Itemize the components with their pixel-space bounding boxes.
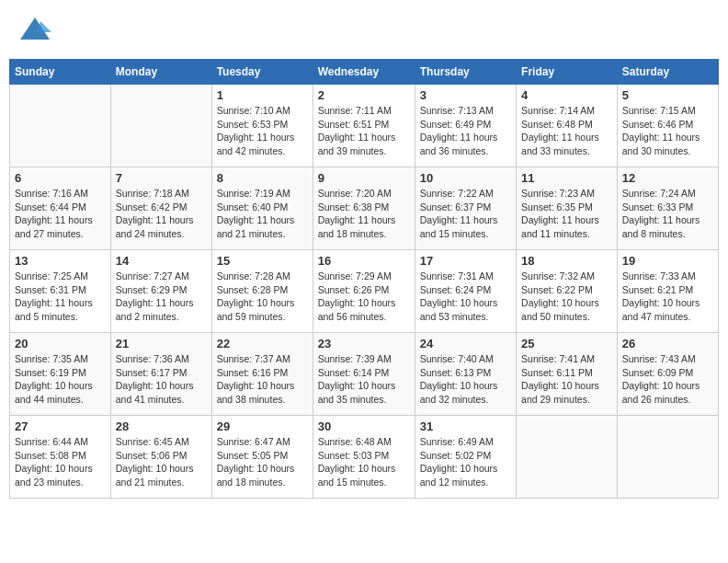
day-info: Sunrise: 6:49 AM Sunset: 5:02 PM Dayligh… xyxy=(420,435,511,489)
day-info: Sunrise: 7:27 AM Sunset: 6:29 PM Dayligh… xyxy=(116,270,207,324)
weekday-header-saturday: Saturday xyxy=(617,60,718,85)
day-number: 11 xyxy=(521,171,612,185)
day-number: 27 xyxy=(15,419,106,433)
day-info: Sunrise: 6:48 AM Sunset: 5:03 PM Dayligh… xyxy=(318,435,410,489)
calendar-cell xyxy=(617,416,718,499)
day-number: 23 xyxy=(318,337,410,350)
day-number: 14 xyxy=(116,254,207,268)
day-info: Sunrise: 7:13 AM Sunset: 6:49 PM Dayligh… xyxy=(420,104,511,158)
day-number: 26 xyxy=(622,337,713,350)
day-info: Sunrise: 7:25 AM Sunset: 6:31 PM Dayligh… xyxy=(15,270,106,324)
day-number: 17 xyxy=(420,254,511,268)
calendar-cell: 11Sunrise: 7:23 AM Sunset: 6:35 PM Dayli… xyxy=(517,167,618,250)
day-info: Sunrise: 7:23 AM Sunset: 6:35 PM Dayligh… xyxy=(521,187,612,241)
day-number: 28 xyxy=(116,419,207,433)
calendar-cell: 6Sunrise: 7:16 AM Sunset: 6:44 PM Daylig… xyxy=(10,167,111,250)
day-number: 18 xyxy=(521,254,612,268)
calendar-cell: 17Sunrise: 7:31 AM Sunset: 6:24 PM Dayli… xyxy=(415,250,516,333)
calendar-header-row: SundayMondayTuesdayWednesdayThursdayFrid… xyxy=(10,60,719,85)
day-info: Sunrise: 7:10 AM Sunset: 6:53 PM Dayligh… xyxy=(217,104,308,158)
day-number: 13 xyxy=(15,254,106,268)
day-info: Sunrise: 7:16 AM Sunset: 6:44 PM Dayligh… xyxy=(15,187,106,241)
day-number: 21 xyxy=(116,337,207,350)
calendar-cell: 19Sunrise: 7:33 AM Sunset: 6:21 PM Dayli… xyxy=(617,250,718,333)
day-number: 20 xyxy=(15,337,106,350)
day-info: Sunrise: 7:19 AM Sunset: 6:40 PM Dayligh… xyxy=(217,187,308,241)
day-info: Sunrise: 7:40 AM Sunset: 6:13 PM Dayligh… xyxy=(420,352,511,407)
day-number: 5 xyxy=(622,88,713,102)
weekday-header-wednesday: Wednesday xyxy=(313,60,415,85)
day-number: 1 xyxy=(217,88,308,102)
calendar-week-row: 1Sunrise: 7:10 AM Sunset: 6:53 PM Daylig… xyxy=(10,85,719,167)
day-info: Sunrise: 7:18 AM Sunset: 6:42 PM Dayligh… xyxy=(116,187,207,241)
day-info: Sunrise: 7:41 AM Sunset: 6:11 PM Dayligh… xyxy=(521,352,612,407)
calendar-cell: 2Sunrise: 7:11 AM Sunset: 6:51 PM Daylig… xyxy=(313,85,415,167)
calendar-cell: 25Sunrise: 7:41 AM Sunset: 6:11 PM Dayli… xyxy=(517,333,618,416)
day-info: Sunrise: 7:32 AM Sunset: 6:22 PM Dayligh… xyxy=(521,270,612,324)
day-number: 4 xyxy=(521,88,612,102)
day-number: 16 xyxy=(318,254,410,268)
day-number: 3 xyxy=(420,88,511,102)
page-header xyxy=(9,9,719,52)
day-info: Sunrise: 7:39 AM Sunset: 6:14 PM Dayligh… xyxy=(318,352,410,407)
day-info: Sunrise: 6:45 AM Sunset: 5:06 PM Dayligh… xyxy=(116,435,207,489)
day-info: Sunrise: 7:28 AM Sunset: 6:28 PM Dayligh… xyxy=(217,270,308,324)
calendar-cell xyxy=(10,85,111,167)
day-info: Sunrise: 7:43 AM Sunset: 6:09 PM Dayligh… xyxy=(622,352,713,407)
weekday-header-thursday: Thursday xyxy=(415,60,516,85)
day-number: 12 xyxy=(622,171,713,185)
calendar-cell: 22Sunrise: 7:37 AM Sunset: 6:16 PM Dayli… xyxy=(211,333,313,416)
day-number: 29 xyxy=(217,419,308,433)
calendar-cell: 30Sunrise: 6:48 AM Sunset: 5:03 PM Dayli… xyxy=(313,416,415,499)
calendar-cell: 3Sunrise: 7:13 AM Sunset: 6:49 PM Daylig… xyxy=(415,85,516,167)
calendar-cell: 23Sunrise: 7:39 AM Sunset: 6:14 PM Dayli… xyxy=(313,333,415,416)
svg-marker-1 xyxy=(37,21,51,32)
day-number: 2 xyxy=(318,88,410,102)
weekday-header-sunday: Sunday xyxy=(10,60,111,85)
calendar-cell: 20Sunrise: 7:35 AM Sunset: 6:19 PM Dayli… xyxy=(10,333,111,416)
calendar-cell: 31Sunrise: 6:49 AM Sunset: 5:02 PM Dayli… xyxy=(415,416,516,499)
day-info: Sunrise: 7:14 AM Sunset: 6:48 PM Dayligh… xyxy=(521,104,612,158)
weekday-header-tuesday: Tuesday xyxy=(211,60,313,85)
day-number: 9 xyxy=(318,171,410,185)
calendar-table: SundayMondayTuesdayWednesdayThursdayFrid… xyxy=(9,59,719,499)
day-info: Sunrise: 7:35 AM Sunset: 6:19 PM Dayligh… xyxy=(15,352,106,407)
day-number: 15 xyxy=(217,254,308,268)
calendar-cell: 1Sunrise: 7:10 AM Sunset: 6:53 PM Daylig… xyxy=(211,85,313,167)
day-info: Sunrise: 7:22 AM Sunset: 6:37 PM Dayligh… xyxy=(420,187,511,241)
calendar-cell: 14Sunrise: 7:27 AM Sunset: 6:29 PM Dayli… xyxy=(110,250,211,333)
day-number: 24 xyxy=(420,337,511,350)
calendar-cell: 4Sunrise: 7:14 AM Sunset: 6:48 PM Daylig… xyxy=(517,85,618,167)
calendar-cell: 7Sunrise: 7:18 AM Sunset: 6:42 PM Daylig… xyxy=(110,167,211,250)
day-info: Sunrise: 7:31 AM Sunset: 6:24 PM Dayligh… xyxy=(420,270,511,324)
calendar-cell: 5Sunrise: 7:15 AM Sunset: 6:46 PM Daylig… xyxy=(617,85,718,167)
calendar-cell: 15Sunrise: 7:28 AM Sunset: 6:28 PM Dayli… xyxy=(211,250,313,333)
calendar-cell: 26Sunrise: 7:43 AM Sunset: 6:09 PM Dayli… xyxy=(617,333,718,416)
day-number: 19 xyxy=(622,254,713,268)
weekday-header-friday: Friday xyxy=(517,60,618,85)
calendar-cell: 18Sunrise: 7:32 AM Sunset: 6:22 PM Dayli… xyxy=(517,250,618,333)
calendar-cell: 10Sunrise: 7:22 AM Sunset: 6:37 PM Dayli… xyxy=(415,167,516,250)
day-number: 25 xyxy=(521,337,612,350)
day-number: 22 xyxy=(217,337,308,350)
day-number: 10 xyxy=(420,171,511,185)
calendar-cell: 24Sunrise: 7:40 AM Sunset: 6:13 PM Dayli… xyxy=(415,333,516,416)
calendar-cell: 16Sunrise: 7:29 AM Sunset: 6:26 PM Dayli… xyxy=(313,250,415,333)
day-info: Sunrise: 6:47 AM Sunset: 5:05 PM Dayligh… xyxy=(217,435,308,489)
day-info: Sunrise: 6:44 AM Sunset: 5:08 PM Dayligh… xyxy=(15,435,106,489)
day-info: Sunrise: 7:11 AM Sunset: 6:51 PM Dayligh… xyxy=(318,104,410,158)
day-info: Sunrise: 7:37 AM Sunset: 6:16 PM Dayligh… xyxy=(217,352,308,407)
day-info: Sunrise: 7:36 AM Sunset: 6:17 PM Dayligh… xyxy=(116,352,207,407)
calendar-cell: 9Sunrise: 7:20 AM Sunset: 6:38 PM Daylig… xyxy=(313,167,415,250)
day-number: 6 xyxy=(15,171,106,185)
calendar-week-row: 20Sunrise: 7:35 AM Sunset: 6:19 PM Dayli… xyxy=(10,333,719,416)
calendar-cell xyxy=(110,85,211,167)
calendar-week-row: 13Sunrise: 7:25 AM Sunset: 6:31 PM Dayli… xyxy=(10,250,719,333)
calendar-cell: 28Sunrise: 6:45 AM Sunset: 5:06 PM Dayli… xyxy=(110,416,211,499)
calendar-week-row: 6Sunrise: 7:16 AM Sunset: 6:44 PM Daylig… xyxy=(10,167,719,250)
calendar-cell: 29Sunrise: 6:47 AM Sunset: 5:05 PM Dayli… xyxy=(211,416,313,499)
calendar-cell: 21Sunrise: 7:36 AM Sunset: 6:17 PM Dayli… xyxy=(110,333,211,416)
calendar-cell: 13Sunrise: 7:25 AM Sunset: 6:31 PM Dayli… xyxy=(10,250,111,333)
day-number: 7 xyxy=(116,171,207,185)
logo-icon xyxy=(18,14,51,47)
